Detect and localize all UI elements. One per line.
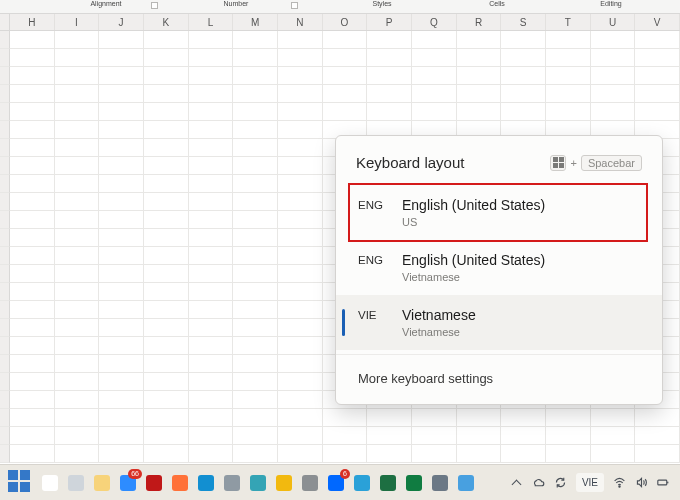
cell[interactable] [10, 157, 55, 175]
column-header[interactable]: T [546, 14, 591, 30]
column-header[interactable]: U [591, 14, 636, 30]
cell[interactable] [189, 409, 234, 427]
cell[interactable] [189, 445, 234, 463]
cell[interactable] [55, 157, 100, 175]
cell[interactable] [144, 175, 189, 193]
cell[interactable] [323, 103, 368, 121]
cell[interactable] [233, 355, 278, 373]
cell[interactable] [367, 445, 412, 463]
language-option[interactable]: ENGEnglish (United States)Vietnamese [336, 240, 662, 295]
settings-gear-icon[interactable] [220, 471, 244, 495]
cell[interactable] [10, 193, 55, 211]
cell[interactable] [10, 229, 55, 247]
row-header[interactable] [0, 265, 10, 283]
cell[interactable] [412, 445, 457, 463]
cell[interactable] [189, 283, 234, 301]
cell[interactable] [546, 67, 591, 85]
cell[interactable] [144, 193, 189, 211]
cell[interactable] [591, 409, 636, 427]
cell[interactable] [278, 31, 323, 49]
column-header[interactable]: N [278, 14, 323, 30]
cell[interactable] [278, 283, 323, 301]
cell[interactable] [233, 265, 278, 283]
dialog-launcher-icon[interactable] [291, 2, 298, 9]
cell[interactable] [189, 355, 234, 373]
cell[interactable] [10, 283, 55, 301]
cell[interactable] [144, 427, 189, 445]
cell[interactable] [501, 85, 546, 103]
cell[interactable] [278, 355, 323, 373]
cell[interactable] [278, 85, 323, 103]
cell[interactable] [10, 265, 55, 283]
firefox-icon[interactable] [168, 471, 192, 495]
cell[interactable] [278, 229, 323, 247]
row-header[interactable] [0, 229, 10, 247]
column-header[interactable]: H [10, 14, 55, 30]
cell[interactable] [501, 427, 546, 445]
cell[interactable] [55, 301, 100, 319]
cell[interactable] [233, 391, 278, 409]
column-header[interactable]: R [457, 14, 502, 30]
cell[interactable] [591, 103, 636, 121]
cell[interactable] [55, 139, 100, 157]
row-header[interactable] [0, 337, 10, 355]
chrome-icon[interactable] [272, 471, 296, 495]
cell[interactable] [278, 409, 323, 427]
cell[interactable] [278, 427, 323, 445]
zoom-icon[interactable]: 66 [116, 471, 140, 495]
cell[interactable] [144, 409, 189, 427]
cell[interactable] [10, 301, 55, 319]
cell[interactable] [189, 139, 234, 157]
cell[interactable] [278, 103, 323, 121]
cell[interactable] [412, 409, 457, 427]
telegram-icon[interactable] [350, 471, 374, 495]
cell[interactable] [189, 103, 234, 121]
cell[interactable] [457, 103, 502, 121]
cell[interactable] [501, 67, 546, 85]
cell[interactable] [635, 49, 680, 67]
cell[interactable] [99, 355, 144, 373]
cell[interactable] [55, 211, 100, 229]
cell[interactable] [635, 445, 680, 463]
column-header[interactable]: J [99, 14, 144, 30]
cell[interactable] [635, 409, 680, 427]
cell[interactable] [233, 211, 278, 229]
app-icon[interactable] [376, 471, 400, 495]
cell[interactable] [233, 229, 278, 247]
cell[interactable] [278, 265, 323, 283]
cell[interactable] [546, 31, 591, 49]
cell[interactable] [233, 157, 278, 175]
cell[interactable] [278, 337, 323, 355]
cell[interactable] [278, 67, 323, 85]
cell[interactable] [323, 31, 368, 49]
cell[interactable] [99, 103, 144, 121]
cell[interactable] [367, 409, 412, 427]
cell[interactable] [55, 121, 100, 139]
cell[interactable] [591, 427, 636, 445]
cell[interactable] [99, 157, 144, 175]
cell[interactable] [144, 337, 189, 355]
cell[interactable] [99, 283, 144, 301]
column-header[interactable]: S [501, 14, 546, 30]
cell[interactable] [10, 373, 55, 391]
cell[interactable] [99, 229, 144, 247]
cell[interactable] [367, 31, 412, 49]
cell[interactable] [144, 229, 189, 247]
cell[interactable] [144, 265, 189, 283]
language-option[interactable]: VIEVietnameseVietnamese [336, 295, 662, 350]
cell[interactable] [55, 85, 100, 103]
dialog-launcher-icon[interactable] [151, 2, 158, 9]
cell[interactable] [144, 157, 189, 175]
cell[interactable] [99, 265, 144, 283]
cell[interactable] [144, 103, 189, 121]
cell[interactable] [189, 31, 234, 49]
cell[interactable] [189, 85, 234, 103]
cell[interactable] [189, 157, 234, 175]
cell[interactable] [99, 121, 144, 139]
cell[interactable] [635, 85, 680, 103]
cell[interactable] [367, 427, 412, 445]
cell[interactable] [10, 247, 55, 265]
cell[interactable] [635, 67, 680, 85]
cell[interactable] [546, 445, 591, 463]
cell[interactable] [323, 49, 368, 67]
